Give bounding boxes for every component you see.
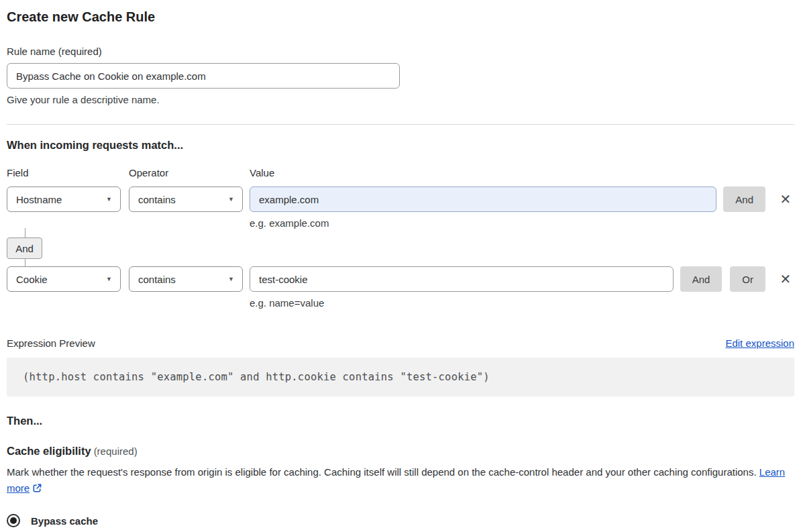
page-title: Create new Cache Rule: [7, 9, 794, 25]
condition-row: Hostname ▼ contains ▼ e.g. example.com A…: [7, 187, 794, 229]
field-select-value: Hostname: [16, 194, 62, 205]
chevron-down-icon: ▼: [106, 196, 112, 203]
field-column-label: Field: [7, 167, 129, 178]
chevron-down-icon: ▼: [228, 196, 234, 203]
expression-preview-label: Expression Preview: [7, 337, 95, 349]
expression-header: Expression Preview Edit expression: [7, 337, 794, 349]
cache-eligibility-title: Cache eligibility: [7, 445, 91, 457]
value-column: e.g. name=value: [250, 266, 674, 309]
close-icon[interactable]: ✕: [778, 187, 793, 212]
field-select[interactable]: Cookie ▼: [7, 266, 121, 292]
rule-name-input[interactable]: [7, 63, 400, 89]
operator-select-value: contains: [138, 274, 176, 285]
close-icon[interactable]: ✕: [778, 266, 793, 292]
radio-option-bypass-cache[interactable]: Bypass cache: [7, 514, 794, 527]
expression-preview-box: (http.host contains "example.com" and ht…: [7, 358, 794, 396]
cache-eligibility-heading: Cache eligibility(required): [7, 445, 794, 458]
value-column-label: Value: [250, 167, 794, 178]
create-cache-rule-page: Create new Cache Rule Rule name (require…: [0, 0, 805, 532]
operator-select[interactable]: contains ▼: [129, 266, 243, 292]
section-divider: [7, 124, 794, 125]
field-select[interactable]: Hostname ▼: [7, 187, 121, 212]
chevron-down-icon: ▼: [106, 276, 112, 282]
operator-select[interactable]: contains ▼: [129, 187, 243, 212]
external-link-icon[interactable]: [32, 484, 42, 495]
radio-label: Bypass cache: [31, 515, 98, 527]
value-input[interactable]: [250, 187, 716, 212]
match-heading: When incoming requests match...: [7, 139, 794, 152]
radio-selected-icon[interactable]: [7, 514, 20, 527]
chevron-down-icon: ▼: [228, 276, 234, 282]
edit-expression-link[interactable]: Edit expression: [725, 337, 794, 349]
value-column: e.g. example.com: [250, 187, 716, 229]
description-text: Mark whether the request's response from…: [7, 466, 757, 478]
required-tag: (required): [94, 445, 138, 457]
or-button[interactable]: Or: [730, 266, 765, 292]
cache-eligibility-description: Mark whether the request's response from…: [7, 464, 790, 498]
condition-column-labels: Field Operator Value: [7, 167, 794, 178]
rule-name-label: Rule name (required): [7, 46, 794, 57]
connector-and-button[interactable]: And: [7, 237, 42, 259]
then-heading: Then...: [7, 415, 794, 427]
value-hint: e.g. name=value: [250, 297, 674, 309]
rule-name-help: Give your rule a descriptive name.: [7, 94, 794, 105]
condition-connector: And: [7, 237, 42, 259]
condition-row: Cookie ▼ contains ▼ e.g. name=value And …: [7, 266, 794, 309]
and-button[interactable]: And: [723, 187, 765, 212]
value-hint: e.g. example.com: [250, 217, 716, 229]
operator-column-label: Operator: [129, 167, 250, 178]
field-select-value: Cookie: [16, 274, 48, 285]
operator-select-value: contains: [138, 194, 176, 205]
and-button[interactable]: And: [680, 266, 722, 292]
value-input[interactable]: [250, 266, 674, 292]
